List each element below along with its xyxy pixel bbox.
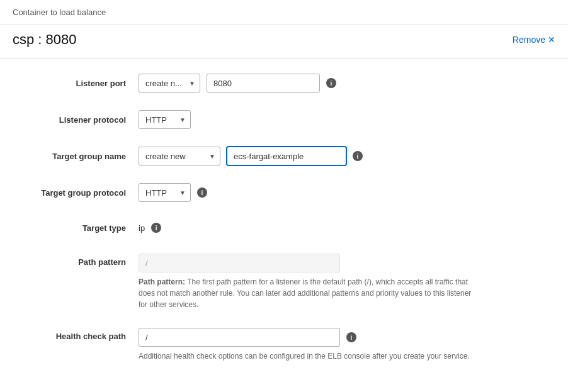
listener-port-row: Listener port create n... 80 443 8080 ▼ … [0, 65, 568, 101]
health-check-path-hint: Additional health check options can be c… [139, 350, 470, 362]
remove-icon: ✕ [548, 35, 555, 45]
target-group-protocol-info-icon: i [197, 188, 207, 198]
target-group-name-input[interactable] [227, 147, 346, 165]
target-group-name-dropdown[interactable]: create new existing-group [139, 147, 220, 165]
health-check-path-input[interactable] [139, 328, 340, 347]
target-type-info-icon: i [151, 223, 161, 233]
health-check-path-row: Health check path i Additional health ch… [0, 319, 568, 371]
listener-port-input[interactable] [207, 74, 320, 92]
path-pattern-input[interactable] [139, 254, 340, 272]
target-group-name-info-icon: i [353, 151, 363, 161]
target-group-protocol-select-wrapper: HTTP HTTPS TCP ▼ [139, 183, 191, 202]
section-header: Container to load balance [0, 0, 568, 25]
path-pattern-hint: Path pattern: The first path pattern for… [139, 276, 479, 310]
container: Container to load balance csp : 8080 Rem… [0, 0, 568, 392]
health-check-path-controls: i Additional health check options can be… [139, 328, 470, 362]
target-group-name-controls: create new existing-group ▼ i [139, 147, 555, 165]
path-pattern-label: Path pattern [13, 254, 139, 267]
health-check-path-label: Health check path [13, 328, 139, 341]
target-group-protocol-label: Target group protocol [13, 188, 139, 198]
target-group-name-select-wrapper: create new existing-group ▼ [139, 147, 220, 165]
path-pattern-controls: Path pattern: The first path pattern for… [139, 254, 479, 310]
listener-protocol-select-wrapper: HTTP HTTPS TCP ▼ [139, 110, 191, 129]
target-group-protocol-controls: HTTP HTTPS TCP ▼ i [139, 183, 555, 202]
listener-port-select-wrapper: create n... 80 443 8080 ▼ [139, 74, 200, 92]
target-group-name-row: Target group name create new existing-gr… [0, 138, 568, 174]
target-type-controls: ip i [139, 223, 555, 233]
target-type-value: ip [139, 223, 145, 233]
path-pattern-row: Path pattern Path pattern: The first pat… [0, 245, 568, 319]
health-check-path-info-icon: i [346, 332, 356, 342]
listener-protocol-dropdown[interactable]: HTTP HTTPS TCP [139, 110, 191, 129]
listener-protocol-row: Listener protocol HTTP HTTPS TCP ▼ [0, 101, 568, 138]
container-label: Container to load balance [13, 8, 106, 17]
listener-protocol-label: Listener protocol [13, 115, 139, 125]
target-group-name-label: Target group name [13, 152, 139, 161]
listener-port-dropdown[interactable]: create n... 80 443 8080 [139, 74, 200, 92]
listener-port-controls: create n... 80 443 8080 ▼ i [139, 74, 555, 92]
target-group-protocol-dropdown[interactable]: HTTP HTTPS TCP [139, 183, 191, 202]
listener-protocol-controls: HTTP HTTPS TCP ▼ [139, 110, 555, 129]
title-row: csp : 8080 Remove ✕ [0, 25, 568, 59]
target-type-row: Target type ip i [0, 211, 568, 245]
form-body: Listener port create n... 80 443 8080 ▼ … [0, 59, 568, 377]
listener-port-info-icon: i [326, 78, 336, 88]
listener-port-label: Listener port [13, 79, 139, 88]
path-pattern-hint-text: The first path pattern for a listener is… [139, 277, 471, 309]
target-type-label: Target type [13, 223, 139, 233]
remove-label: Remove [513, 35, 545, 45]
remove-button[interactable]: Remove ✕ [513, 35, 555, 45]
target-group-protocol-row: Target group protocol HTTP HTTPS TCP ▼ i [0, 174, 568, 211]
section-title: csp : 8080 [13, 31, 77, 48]
path-pattern-hint-bold: Path pattern: [139, 277, 185, 286]
